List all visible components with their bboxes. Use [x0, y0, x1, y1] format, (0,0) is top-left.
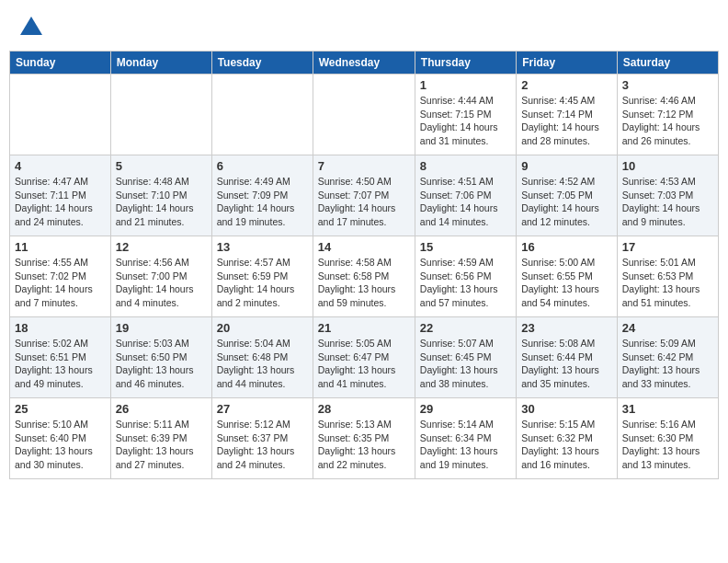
day-info: Sunrise: 4:50 AMSunset: 7:07 PMDaylight:…	[318, 175, 410, 229]
day-number: 17	[622, 240, 713, 254]
day-info: Sunrise: 5:02 AMSunset: 6:51 PMDaylight:…	[15, 337, 106, 391]
day-info: Sunrise: 5:03 AMSunset: 6:50 PMDaylight:…	[116, 337, 207, 391]
weekday-thursday: Thursday	[415, 52, 516, 75]
day-info: Sunrise: 4:47 AMSunset: 7:11 PMDaylight:…	[15, 175, 106, 229]
week-row-3: 11Sunrise: 4:55 AMSunset: 7:02 PMDayligh…	[10, 236, 719, 317]
day-info: Sunrise: 5:07 AMSunset: 6:45 PMDaylight:…	[420, 337, 511, 391]
day-info: Sunrise: 5:04 AMSunset: 6:48 PMDaylight:…	[217, 337, 308, 391]
calendar-cell: 2Sunrise: 4:45 AMSunset: 7:14 PMDaylight…	[517, 75, 618, 155]
calendar-cell: 14Sunrise: 4:58 AMSunset: 6:58 PMDayligh…	[313, 236, 415, 317]
calendar-cell: 28Sunrise: 5:13 AMSunset: 6:35 PMDayligh…	[313, 398, 415, 479]
day-number: 27	[217, 402, 308, 416]
calendar-cell: 4Sunrise: 4:47 AMSunset: 7:11 PMDaylight…	[10, 155, 111, 236]
day-info: Sunrise: 5:12 AMSunset: 6:37 PMDaylight:…	[217, 418, 308, 472]
day-info: Sunrise: 5:15 AMSunset: 6:32 PMDaylight:…	[521, 418, 612, 472]
day-number: 10	[622, 159, 713, 173]
day-info: Sunrise: 4:51 AMSunset: 7:06 PMDaylight:…	[420, 175, 511, 229]
day-number: 7	[318, 159, 410, 173]
calendar-cell: 6Sunrise: 4:49 AMSunset: 7:09 PMDaylight…	[211, 155, 313, 236]
calendar-cell: 12Sunrise: 4:56 AMSunset: 7:00 PMDayligh…	[110, 236, 211, 317]
day-info: Sunrise: 4:53 AMSunset: 7:03 PMDaylight:…	[622, 175, 713, 229]
page-header	[9, 9, 719, 43]
weekday-wednesday: Wednesday	[313, 52, 415, 75]
day-number: 13	[217, 240, 308, 254]
svg-marker-0	[20, 17, 42, 35]
day-number: 9	[521, 159, 612, 173]
day-number: 30	[521, 402, 612, 416]
weekday-header-row: SundayMondayTuesdayWednesdayThursdayFrid…	[10, 52, 719, 75]
day-number: 15	[420, 240, 511, 254]
calendar-cell: 27Sunrise: 5:12 AMSunset: 6:37 PMDayligh…	[211, 398, 313, 479]
weekday-tuesday: Tuesday	[211, 52, 313, 75]
weekday-friday: Friday	[517, 52, 618, 75]
day-number: 28	[318, 402, 410, 416]
calendar-cell	[110, 75, 211, 155]
calendar-cell: 23Sunrise: 5:08 AMSunset: 6:44 PMDayligh…	[517, 317, 618, 398]
calendar-cell: 15Sunrise: 4:59 AMSunset: 6:56 PMDayligh…	[415, 236, 516, 317]
day-number: 14	[318, 240, 410, 254]
week-row-1: 1Sunrise: 4:44 AMSunset: 7:15 PMDaylight…	[10, 75, 719, 155]
day-number: 3	[622, 78, 713, 92]
calendar-cell	[10, 75, 111, 155]
day-info: Sunrise: 5:09 AMSunset: 6:42 PMDaylight:…	[622, 337, 713, 391]
day-info: Sunrise: 5:10 AMSunset: 6:40 PMDaylight:…	[15, 418, 106, 472]
day-info: Sunrise: 5:01 AMSunset: 6:53 PMDaylight:…	[622, 256, 713, 310]
day-number: 1	[420, 78, 511, 92]
weekday-monday: Monday	[110, 52, 211, 75]
calendar-cell: 30Sunrise: 5:15 AMSunset: 6:32 PMDayligh…	[517, 398, 618, 479]
day-info: Sunrise: 5:16 AMSunset: 6:30 PMDaylight:…	[622, 418, 713, 472]
day-info: Sunrise: 4:49 AMSunset: 7:09 PMDaylight:…	[217, 175, 308, 229]
day-info: Sunrise: 4:55 AMSunset: 7:02 PMDaylight:…	[15, 256, 106, 310]
calendar-table: SundayMondayTuesdayWednesdayThursdayFrid…	[9, 51, 719, 479]
calendar-cell	[211, 75, 313, 155]
day-info: Sunrise: 5:00 AMSunset: 6:55 PMDaylight:…	[521, 256, 612, 310]
calendar-cell: 8Sunrise: 4:51 AMSunset: 7:06 PMDaylight…	[415, 155, 516, 236]
logo-text	[18, 17, 42, 40]
calendar-cell: 25Sunrise: 5:10 AMSunset: 6:40 PMDayligh…	[10, 398, 111, 479]
day-info: Sunrise: 4:52 AMSunset: 7:05 PMDaylight:…	[521, 175, 612, 229]
day-info: Sunrise: 4:48 AMSunset: 7:10 PMDaylight:…	[116, 175, 207, 229]
day-info: Sunrise: 4:59 AMSunset: 6:56 PMDaylight:…	[420, 256, 511, 310]
day-info: Sunrise: 5:14 AMSunset: 6:34 PMDaylight:…	[420, 418, 511, 472]
calendar-cell: 20Sunrise: 5:04 AMSunset: 6:48 PMDayligh…	[211, 317, 313, 398]
logo-icon	[20, 17, 42, 35]
calendar-cell: 5Sunrise: 4:48 AMSunset: 7:10 PMDaylight…	[110, 155, 211, 236]
calendar-cell: 3Sunrise: 4:46 AMSunset: 7:12 PMDaylight…	[617, 75, 718, 155]
day-number: 24	[622, 321, 713, 335]
day-info: Sunrise: 4:46 AMSunset: 7:12 PMDaylight:…	[622, 94, 713, 148]
weekday-sunday: Sunday	[10, 52, 111, 75]
day-number: 4	[15, 159, 106, 173]
calendar-cell: 19Sunrise: 5:03 AMSunset: 6:50 PMDayligh…	[110, 317, 211, 398]
calendar-cell: 9Sunrise: 4:52 AMSunset: 7:05 PMDaylight…	[517, 155, 618, 236]
day-number: 20	[217, 321, 308, 335]
day-info: Sunrise: 4:56 AMSunset: 7:00 PMDaylight:…	[116, 256, 207, 310]
calendar-cell: 13Sunrise: 4:57 AMSunset: 6:59 PMDayligh…	[211, 236, 313, 317]
day-info: Sunrise: 5:13 AMSunset: 6:35 PMDaylight:…	[318, 418, 410, 472]
calendar-cell: 24Sunrise: 5:09 AMSunset: 6:42 PMDayligh…	[617, 317, 718, 398]
day-info: Sunrise: 5:08 AMSunset: 6:44 PMDaylight:…	[521, 337, 612, 391]
day-number: 5	[116, 159, 207, 173]
day-info: Sunrise: 5:05 AMSunset: 6:47 PMDaylight:…	[318, 337, 410, 391]
calendar-cell	[313, 75, 415, 155]
day-number: 12	[116, 240, 207, 254]
calendar-cell: 26Sunrise: 5:11 AMSunset: 6:39 PMDayligh…	[110, 398, 211, 479]
calendar-cell: 31Sunrise: 5:16 AMSunset: 6:30 PMDayligh…	[617, 398, 718, 479]
day-number: 19	[116, 321, 207, 335]
calendar-cell: 21Sunrise: 5:05 AMSunset: 6:47 PMDayligh…	[313, 317, 415, 398]
day-info: Sunrise: 4:57 AMSunset: 6:59 PMDaylight:…	[217, 256, 308, 310]
day-number: 8	[420, 159, 511, 173]
day-number: 6	[217, 159, 308, 173]
week-row-5: 25Sunrise: 5:10 AMSunset: 6:40 PMDayligh…	[10, 398, 719, 479]
calendar-cell: 7Sunrise: 4:50 AMSunset: 7:07 PMDaylight…	[313, 155, 415, 236]
calendar-cell: 16Sunrise: 5:00 AMSunset: 6:55 PMDayligh…	[517, 236, 618, 317]
week-row-4: 18Sunrise: 5:02 AMSunset: 6:51 PMDayligh…	[10, 317, 719, 398]
day-number: 11	[15, 240, 106, 254]
day-number: 2	[521, 78, 612, 92]
day-info: Sunrise: 4:58 AMSunset: 6:58 PMDaylight:…	[318, 256, 410, 310]
day-number: 25	[15, 402, 106, 416]
day-info: Sunrise: 4:44 AMSunset: 7:15 PMDaylight:…	[420, 94, 511, 148]
weekday-saturday: Saturday	[617, 52, 718, 75]
calendar-cell: 1Sunrise: 4:44 AMSunset: 7:15 PMDaylight…	[415, 75, 516, 155]
calendar-cell: 17Sunrise: 5:01 AMSunset: 6:53 PMDayligh…	[617, 236, 718, 317]
calendar-cell: 29Sunrise: 5:14 AMSunset: 6:34 PMDayligh…	[415, 398, 516, 479]
